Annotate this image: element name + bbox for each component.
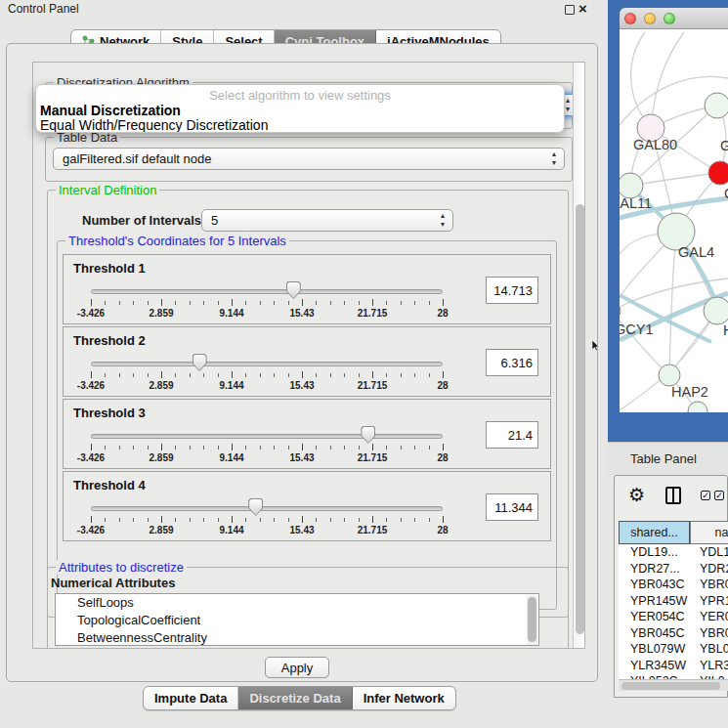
tick-mark [91,444,92,450]
node-table[interactable]: shared... na YDL19...YDL1YDR27...YDR2YBR… [619,521,728,681]
node-red-node[interactable] [708,161,728,185]
slider-ticks [91,299,443,307]
columns-icon[interactable] [665,487,681,504]
gear-icon[interactable]: ⚙ [628,484,645,506]
table-cell[interactable]: YER054C [619,609,690,625]
slider-track[interactable] [91,434,443,439]
slider-track[interactable] [91,362,443,366]
table-row[interactable]: YER054CYER0 [619,609,728,625]
table-cell[interactable]: YBR0 [690,577,728,593]
close-icon[interactable]: × [578,0,587,18]
table-cell[interactable]: YPR1 [690,593,728,610]
table-cell[interactable]: YBR043C [619,577,690,593]
threshold-value-input[interactable] [486,277,538,304]
apply-button[interactable]: Apply [265,657,329,678]
table-cell[interactable]: YBL0 [690,641,728,658]
slider-handle[interactable] [286,281,301,299]
panel-vertical-scrollbar[interactable] [573,63,585,649]
slider-tick-labels: -3.4262.8599.14415.4321.71528 [91,525,443,536]
scrollbar-thumb[interactable] [621,682,720,690]
table-cell[interactable]: YER0 [690,609,728,625]
tick-mark [288,446,289,450]
scrollbar-thumb[interactable] [528,597,536,642]
table-cell[interactable]: YLR345W [619,658,690,674]
node-hap2[interactable] [659,364,680,386]
table-row[interactable]: YBR043CYBR0 [619,577,728,593]
tab-impute-data[interactable]: Impute Data [144,687,238,709]
tick-mark [105,518,106,522]
window-minimize-button[interactable] [644,13,656,24]
tick-mark [316,301,317,305]
table-row[interactable]: YDL19...YDL1 [619,544,728,561]
table-data-combobox[interactable]: galFiltered.sif default node ▴▾ [53,148,565,170]
tick-mark [359,373,360,377]
slider-handle[interactable] [248,498,263,516]
number-of-intervals-combobox[interactable]: 5 ▴▾ [201,209,453,232]
node-top-right[interactable] [705,93,728,118]
table-row[interactable]: YBL079WYBL0 [619,641,728,658]
column-header-name[interactable]: na [690,521,728,544]
tick-mark [245,446,246,450]
table-row[interactable]: YBR045CYBR0 [619,625,728,642]
table-horizontal-scrollbar[interactable] [619,679,728,691]
threshold-value-input[interactable] [486,421,538,449]
checkbox-icon[interactable]: ✓ [701,491,710,500]
window-zoom-button[interactable] [664,13,675,24]
table-cell[interactable]: YDL1 [690,544,728,561]
float-window-icon[interactable] [565,5,575,15]
threshold-slider[interactable]: -3.4262.8599.14415.4321.71528 [91,497,443,538]
table-cell[interactable]: YPR145W [619,593,690,610]
threshold-slider[interactable]: -3.4262.8599.14415.4321.71528 [91,425,443,466]
attribute-item[interactable]: BetweennessCentrality [56,629,538,646]
tick-mark [330,373,331,377]
attributes-group-label: Attributes to discretize [56,560,187,575]
slider-handle[interactable] [361,426,375,444]
table-cell[interactable]: YLR3 [690,658,728,674]
tick-mark [344,518,345,522]
slider-track[interactable] [91,289,443,294]
numerical-attributes-list[interactable]: SelfLoopsTopologicalCoefficientBetweenne… [55,593,539,646]
threshold-slider[interactable]: -3.4262.8599.14415.4321.71528 [91,353,443,394]
tick-mark [316,446,317,450]
tick-mark [218,518,219,522]
attribute-item[interactable]: SelfLoops [56,594,538,612]
interval-definition-label: Interval Definition [56,183,159,197]
slider-handle[interactable] [193,354,207,371]
threshold-value-input[interactable] [486,349,538,376]
node-right-mid[interactable] [704,297,728,324]
tick-mark [344,301,345,305]
scrollbar-thumb[interactable] [576,204,584,634]
threshold-value-input[interactable] [486,493,538,521]
table-cell[interactable]: YBR0 [690,625,728,642]
checkbox-icon[interactable]: ✓ [714,491,724,500]
slider-track[interactable] [91,506,443,511]
tick-mark [274,373,275,377]
table-cell[interactable]: YBR045C [619,625,690,642]
column-header-shared-name[interactable]: shared... [619,521,690,544]
table-cell[interactable]: YBL079W [619,641,690,658]
tab-label: Discretize Data [249,691,340,706]
window-close-button[interactable] [624,13,636,24]
tab-infer-network[interactable]: Infer Network [353,687,455,709]
node-gcy1[interactable] [620,302,621,320]
tab-discretize-data[interactable]: Discretize Data [238,687,352,709]
tick-mark [232,371,233,378]
table-cell[interactable]: YDL19... [619,544,690,561]
attributes-list-scrollbar[interactable] [527,595,537,646]
node-bottom-partial[interactable] [688,402,707,412]
algorithm-option-manual[interactable]: Manual Discretization [40,103,181,118]
number-of-intervals-value: 5 [211,213,218,228]
tick-mark [119,301,120,305]
table-row[interactable]: YLR345WYLR3 [619,658,728,674]
attribute-item[interactable]: TopologicalCoefficient [56,612,538,629]
table-row[interactable]: YDR27...YDR2 [619,561,728,578]
table-cell[interactable]: YDR27... [619,561,690,578]
table-cell[interactable]: YDR2 [690,561,728,578]
algorithm-option-equal-width[interactable]: Equal Width/Frequency Discretization [40,117,268,133]
table-row[interactable]: YPR145WYPR1 [619,593,728,610]
network-canvas[interactable]: GAL80GAGAL11CGAL4GCY1HHAP2 [620,29,728,412]
tick-mark [274,446,275,450]
handle-face [193,355,206,370]
tick-label: 2.859 [149,452,173,463]
threshold-slider[interactable]: -3.4262.8599.14415.4321.71528 [91,280,443,321]
